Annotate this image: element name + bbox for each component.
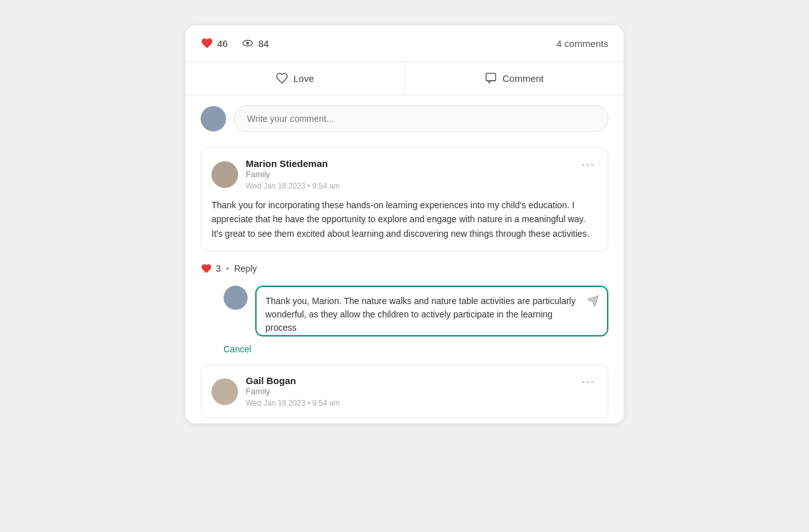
author-role-2: Family [246, 387, 340, 396]
reply-box-wrapper: Thank you, Marion. The nature walks and … [255, 286, 608, 339]
stats-bar: 46 84 4 comments [185, 25, 624, 62]
svg-rect-2 [486, 74, 496, 81]
love-button[interactable]: Love [185, 62, 405, 95]
comment-card-2: Gail Bogan Family Wed Jan 18 2023 • 9:54… [201, 364, 608, 418]
author-timestamp-2: Wed Jan 18 2023 • 9:54 am [246, 399, 340, 408]
comment-icon [485, 72, 497, 84]
eye-icon [241, 37, 255, 49]
comment-more-button-1[interactable]: ··· [579, 158, 598, 171]
heart-filled-icon [201, 37, 213, 50]
author-details-1: Marion Stiedeman Family Wed Jan 18 2023 … [246, 158, 340, 190]
author-name-2: Gail Bogan [246, 375, 340, 386]
comments-count: 4 comments [556, 38, 608, 49]
comment-input[interactable] [234, 105, 608, 132]
reply-textarea[interactable]: Thank you, Marion. The nature walks and … [255, 286, 608, 336]
comment-label: Comment [502, 73, 544, 84]
reply-user-avatar [224, 286, 248, 310]
comment-text-1: Thank you for incorporating these hands-… [211, 198, 598, 241]
likes-stat: 46 [201, 37, 228, 50]
svg-marker-4 [588, 296, 599, 307]
heart-filled-small-icon [201, 263, 212, 274]
reply-input-area: Thank you, Marion. The nature walks and … [185, 283, 624, 339]
author-name-1: Marion Stiedeman [246, 158, 340, 169]
author-avatar-1 [211, 161, 238, 188]
cancel-reply-button[interactable]: Cancel [185, 339, 267, 359]
author-details-2: Gail Bogan Family Wed Jan 18 2023 • 9:54… [246, 375, 340, 408]
heart-outline-icon [276, 72, 288, 84]
author-avatar-2 [211, 378, 238, 405]
current-user-avatar [201, 106, 226, 131]
views-count: 84 [258, 38, 269, 49]
comment-header-2: Gail Bogan Family Wed Jan 18 2023 • 9:54… [211, 375, 598, 408]
comment-like-1: 3 [201, 263, 221, 274]
likes-count: 46 [217, 38, 228, 49]
comment-button[interactable]: Comment [405, 62, 624, 95]
comment-author-info-1: Marion Stiedeman Family Wed Jan 18 2023 … [211, 158, 340, 190]
main-container: 46 84 4 comments Love Comment [185, 25, 624, 423]
author-timestamp-1: Wed Jan 18 2023 • 9:54 am [246, 182, 340, 190]
dot-separator-1: • [226, 263, 229, 274]
comment-likes-count-1: 3 [216, 263, 221, 274]
comment-input-area [185, 95, 624, 142]
svg-point-1 [246, 42, 249, 45]
views-stat: 84 [241, 37, 269, 49]
comment-actions-1: 3 • Reply [185, 256, 624, 281]
comment-more-button-2[interactable]: ··· [579, 375, 598, 389]
send-reply-button[interactable] [584, 292, 602, 312]
comment-card-1: Marion Stiedeman Family Wed Jan 18 2023 … [201, 147, 608, 251]
author-role-1: Family [246, 170, 340, 179]
reply-button-1[interactable]: Reply [234, 263, 257, 274]
comment-author-info-2: Gail Bogan Family Wed Jan 18 2023 • 9:54… [211, 375, 340, 408]
comment-header-1: Marion Stiedeman Family Wed Jan 18 2023 … [211, 158, 598, 190]
action-bar: Love Comment [185, 62, 624, 95]
send-icon [587, 295, 599, 307]
love-label: Love [293, 73, 314, 84]
stats-left: 46 84 [201, 37, 269, 50]
